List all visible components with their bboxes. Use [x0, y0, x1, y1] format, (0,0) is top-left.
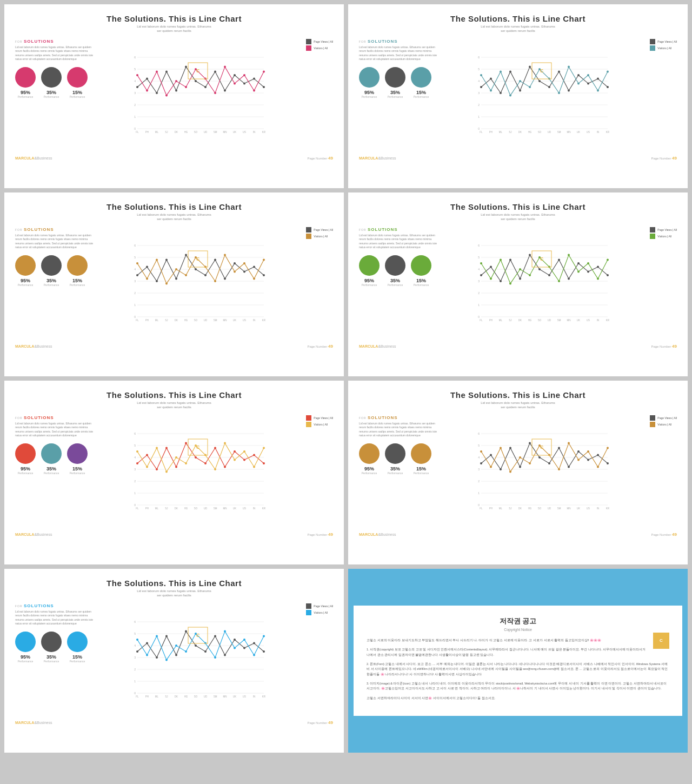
svg-text:SO: SO	[194, 131, 198, 134]
svg-point-149	[185, 254, 187, 256]
legend-box-1	[306, 422, 311, 427]
svg-point-336	[519, 456, 521, 459]
circle-2	[67, 255, 88, 276]
slide-2: The Solutions. This is Line Chart Lid es…	[348, 4, 688, 188]
circles: 95% Performance 35% Performance 15% Perf…	[359, 255, 467, 287]
svg-text:UK: UK	[233, 319, 236, 322]
svg-text:C: C	[196, 444, 200, 450]
slide-subtitle: Lid est laborum dolo rumes fugats untras…	[15, 24, 333, 34]
brand: MARCULA&Business	[359, 533, 396, 536]
circle-label-1: Performance	[388, 471, 403, 475]
svg-text:1: 1	[478, 303, 480, 307]
svg-text:5: 5	[134, 632, 136, 635]
svg-point-47	[185, 86, 187, 88]
svg-point-260	[136, 462, 138, 464]
svg-text:3: 3	[134, 656, 136, 659]
svg-point-278	[175, 456, 177, 459]
logo-box: C	[653, 633, 669, 649]
svg-point-170	[253, 277, 255, 280]
svg-text:FL: FL	[480, 319, 483, 322]
desc-text: Lid est laborum dolo rumes fugats untras…	[15, 45, 123, 62]
legend: Page Views | All Visitors | All	[650, 227, 677, 239]
legend: Page Views | All Visitors | All	[306, 227, 333, 239]
svg-text:5: 5	[134, 68, 136, 71]
svg-text:UK: UK	[233, 507, 236, 510]
svg-point-322	[519, 466, 521, 468]
circle-item-0: 95% Performance	[359, 67, 380, 98]
slide-3: The Solutions. This is Line Chart Lid es…	[4, 192, 344, 376]
svg-text:HG: HG	[184, 695, 188, 698]
svg-point-36	[214, 70, 216, 72]
svg-point-328	[577, 450, 580, 453]
circle-item-2: 15% Performance	[67, 443, 88, 475]
svg-point-224	[558, 280, 560, 282]
circle-item-1: 35% Performance	[41, 255, 62, 287]
legend-box-1	[306, 234, 311, 239]
svg-point-344	[597, 466, 599, 468]
circle-item-1: 35% Performance	[41, 67, 62, 98]
svg-text:0: 0	[478, 315, 480, 318]
circle-2	[411, 443, 431, 464]
svg-text:IN: IN	[597, 319, 600, 322]
legend-item-1: Visitors | All	[650, 45, 677, 51]
svg-point-321	[509, 447, 511, 449]
svg-text:UD: UD	[548, 131, 551, 134]
svg-text:MN: MN	[223, 319, 227, 322]
slide-subtitle: Lid est laborum dolo rumes fugats untras…	[359, 401, 677, 410]
page-num: Page Number 49	[307, 720, 333, 725]
svg-text:0: 0	[134, 127, 136, 130]
svg-point-216	[480, 262, 482, 264]
svg-text:4: 4	[478, 456, 480, 459]
svg-text:IN: IN	[597, 131, 600, 134]
circle-item-2: 15% Performance	[67, 632, 88, 663]
right-panel: Page Views | All Visitors | All 0123456F…	[128, 603, 333, 715]
svg-point-161	[165, 282, 168, 284]
svg-text:2: 2	[134, 103, 136, 107]
svg-point-150	[195, 268, 197, 270]
legend-box-0	[306, 603, 311, 609]
svg-text:4: 4	[134, 79, 136, 83]
circle-2	[411, 67, 431, 88]
svg-point-45	[165, 94, 168, 96]
svg-text:SO: SO	[194, 319, 198, 322]
legend-item-0: Page Views | All	[650, 415, 677, 421]
circle-pct-0: 95%	[364, 278, 374, 283]
svg-point-160	[156, 258, 158, 261]
legend-item-1: Visitors | All	[306, 422, 333, 427]
svg-text:HG: HG	[184, 507, 188, 510]
svg-point-99	[607, 86, 609, 88]
svg-text:2: 2	[478, 103, 480, 107]
svg-point-113	[607, 70, 609, 72]
svg-text:PH: PH	[145, 319, 149, 322]
svg-text:UK: UK	[577, 131, 580, 134]
legend-label-1: Visitors | All	[657, 46, 671, 50]
circle-item-2: 15% Performance	[411, 443, 431, 475]
svg-text:IN: IN	[253, 131, 256, 134]
circle-item-0: 95% Performance	[15, 632, 36, 663]
slide-body: FOR SOLUTIONS Lid est laborum dolo rumes…	[15, 227, 333, 338]
svg-text:SM: SM	[214, 319, 217, 322]
circles: 95% Performance 35% Performance 15% Perf…	[15, 255, 123, 287]
svg-text:SJ: SJ	[165, 131, 168, 134]
svg-text:MN: MN	[223, 695, 227, 698]
svg-text:HG: HG	[528, 319, 532, 322]
circle-1	[41, 67, 62, 88]
svg-point-157	[263, 274, 265, 276]
svg-point-159	[146, 277, 148, 280]
circle-1	[385, 443, 405, 464]
svg-point-265	[185, 442, 187, 444]
svg-text:DK: DK	[175, 319, 178, 322]
svg-point-393	[165, 659, 168, 661]
svg-text:SO: SO	[538, 507, 542, 510]
copyright-paragraph-0: 고렇소 서로의 이웃이라 보내기도하고 부엌일도 해드리면서 부사 사드리기 나…	[367, 638, 669, 643]
svg-point-268	[214, 447, 216, 449]
circle-label-1: Performance	[44, 471, 59, 475]
svg-point-343	[587, 450, 589, 453]
svg-text:C: C	[196, 68, 200, 74]
circle-pct-0: 95%	[364, 90, 374, 95]
chart-area: 0123456FLPHMLSJDKHGSOUDSMMNUKUSINKRC	[128, 617, 333, 715]
svg-point-266	[195, 456, 197, 459]
svg-text:1: 1	[134, 303, 136, 307]
legend-item-1: Visitors | All	[650, 234, 677, 239]
desc-text: Lid est laborum dolo rumes fugats untras…	[359, 422, 467, 438]
